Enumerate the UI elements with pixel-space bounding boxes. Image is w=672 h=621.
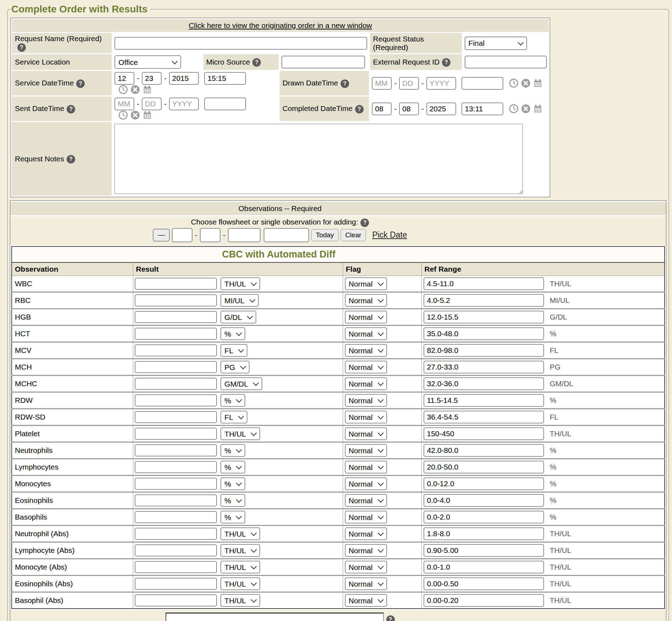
result-unit-select[interactable]: FL [220,344,247,357]
result-input[interactable] [135,411,217,423]
flag-select[interactable]: Normal [345,394,387,407]
ref-range-input[interactable] [424,277,544,290]
result-unit-select[interactable]: % [220,477,245,490]
result-unit-select[interactable]: % [220,511,245,523]
month-input[interactable] [114,98,134,110]
ref-range-input[interactable] [424,377,544,390]
result-input[interactable] [135,544,217,556]
flag-select[interactable]: Normal [345,311,387,323]
result-unit-select[interactable]: % [220,327,245,340]
result-unit-select[interactable]: FL [220,411,247,423]
day-input[interactable] [399,77,419,90]
flag-select[interactable]: Normal [345,327,387,340]
result-unit-select[interactable]: TH/UL [220,277,260,290]
clock-icon[interactable] [509,78,519,88]
result-input[interactable] [135,561,217,573]
result-unit-select[interactable]: TH/UL [220,577,260,590]
result-input[interactable] [135,578,217,590]
result-unit-select[interactable]: % [220,494,245,507]
help-icon[interactable]: ? [386,615,395,621]
flag-select[interactable]: Normal [345,577,387,590]
ref-range-input[interactable] [424,311,544,323]
result-input[interactable] [135,528,217,540]
result-input[interactable] [135,594,217,606]
ref-range-input[interactable] [424,511,544,523]
result-unit-select[interactable]: TH/UL [220,561,260,573]
flag-select[interactable]: Normal [345,461,387,473]
help-icon[interactable]: ? [341,79,349,88]
result-unit-select[interactable]: % [220,461,245,473]
calendar-icon[interactable] [142,85,152,94]
flag-select[interactable]: Normal [345,377,387,390]
ref-range-input[interactable] [424,294,544,307]
result-unit-select[interactable]: MI/UL [220,294,259,307]
micro-source-input[interactable] [281,56,365,68]
year-input[interactable] [169,98,199,110]
result-unit-select[interactable]: GM/DL [220,377,262,390]
flag-select[interactable]: Normal [345,511,387,523]
help-icon[interactable]: ? [360,218,369,227]
result-input[interactable] [135,444,217,456]
flag-select[interactable]: Normal [345,427,387,440]
result-unit-select[interactable]: G/DL [220,311,256,323]
result-unit-select[interactable]: TH/UL [220,594,260,607]
clear-datetime-icon[interactable] [130,85,140,94]
clear-datetime-icon[interactable] [521,104,531,113]
day-input[interactable] [142,72,162,85]
result-unit-select[interactable]: TH/UL [220,544,260,557]
result-unit-select[interactable]: TH/UL [220,427,260,440]
result-input[interactable] [135,511,217,523]
result-input[interactable] [135,278,217,290]
ref-range-input[interactable] [424,427,544,440]
time-input[interactable] [461,77,503,90]
flag-select[interactable]: Normal [345,294,387,307]
result-unit-select[interactable]: PG [220,361,250,373]
result-input[interactable] [135,361,217,373]
ref-range-input[interactable] [424,527,544,540]
flag-select[interactable]: Normal [345,527,387,540]
picker-year-input[interactable] [228,228,261,242]
result-input[interactable] [135,378,217,390]
help-icon[interactable]: ? [355,105,364,113]
flag-select[interactable]: Normal [345,277,387,290]
request-status-select[interactable]: Final [465,37,527,50]
clear-button[interactable]: Clear [341,229,366,241]
help-icon[interactable]: ? [76,79,85,88]
year-input[interactable] [426,77,456,90]
result-input[interactable] [135,311,217,323]
flag-select[interactable]: Normal [345,561,387,573]
today-button[interactable]: Today [311,229,338,241]
clock-icon[interactable] [118,85,128,94]
help-icon[interactable]: ? [252,58,261,67]
minus-button[interactable]: — [153,229,170,242]
month-input[interactable] [372,102,392,115]
result-unit-select[interactable]: TH/UL [220,527,260,540]
help-icon[interactable]: ? [17,43,26,52]
observation-entry-input[interactable] [166,612,384,621]
ref-range-input[interactable] [424,544,544,557]
request-notes-textarea[interactable] [114,124,523,194]
picker-day-input[interactable] [200,228,220,242]
result-input[interactable] [135,328,217,340]
result-input[interactable] [135,461,217,473]
flag-select[interactable]: Normal [345,361,387,373]
result-input[interactable] [135,294,217,306]
clear-datetime-icon[interactable] [521,78,531,88]
result-unit-select[interactable]: % [220,394,245,407]
clear-datetime-icon[interactable] [130,110,140,120]
flag-select[interactable]: Normal [345,411,387,423]
flag-select[interactable]: Normal [345,444,387,457]
ref-range-input[interactable] [424,344,544,357]
help-icon[interactable]: ? [442,58,450,67]
ref-range-input[interactable] [424,361,544,373]
result-input[interactable] [135,494,217,506]
ref-range-input[interactable] [424,594,544,607]
flag-select[interactable]: Normal [345,544,387,557]
picker-month-input[interactable] [172,228,192,242]
day-input[interactable] [142,98,162,110]
ref-range-input[interactable] [424,561,544,573]
month-input[interactable] [114,72,134,85]
ref-range-input[interactable] [424,411,544,423]
time-input[interactable] [204,98,246,110]
result-unit-select[interactable]: % [220,444,245,457]
